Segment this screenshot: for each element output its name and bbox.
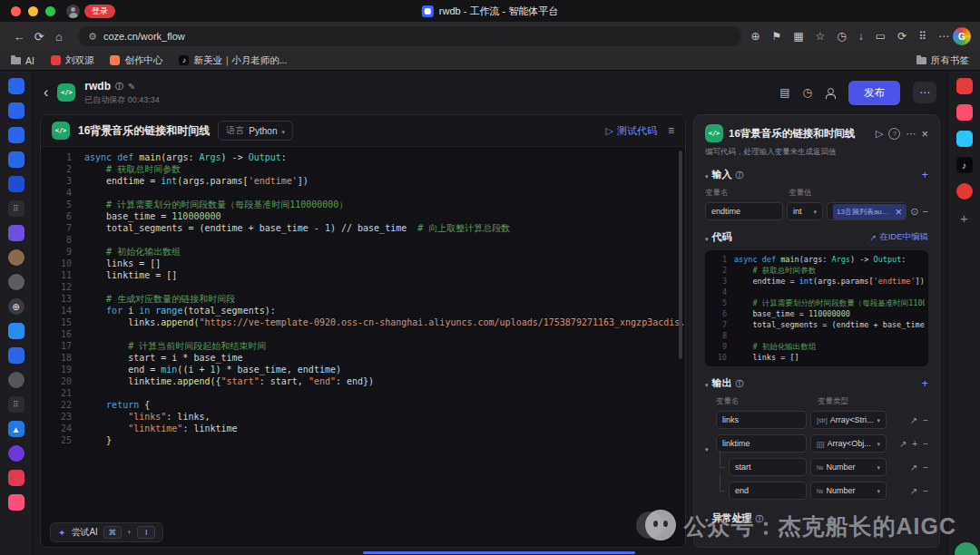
edit-in-ide-link[interactable]: 在IDE中编辑 xyxy=(870,231,928,243)
tiktok-icon[interactable]: ♪ xyxy=(956,157,973,173)
app-icon[interactable] xyxy=(8,127,24,143)
back-button[interactable] xyxy=(9,30,29,44)
flag-icon[interactable]: ⚑ xyxy=(771,30,781,43)
close-icon[interactable] xyxy=(921,127,928,141)
app-grid-icon[interactable]: ⠿ xyxy=(8,396,24,413)
apps-grid-icon[interactable]: ⠿ xyxy=(918,30,926,43)
history-icon[interactable]: ◷ xyxy=(837,30,846,43)
add-extension-icon[interactable]: + xyxy=(956,209,973,226)
bookmark-item[interactable]: ♪新美业｜小月老师的... xyxy=(179,54,287,67)
add-input-button[interactable] xyxy=(921,168,928,181)
extensions-icon[interactable]: ▦ xyxy=(793,30,803,43)
remove-reference-icon[interactable] xyxy=(895,205,902,219)
app-icon[interactable] xyxy=(8,78,24,94)
sync-icon[interactable]: ⟳ xyxy=(897,30,906,43)
app-icon[interactable] xyxy=(8,347,24,364)
test-code-button[interactable]: 测试代码 xyxy=(606,124,657,138)
outline-list-icon[interactable] xyxy=(668,124,674,137)
bookmark-item[interactable]: 创作中心 xyxy=(110,54,162,67)
more-options-button[interactable] xyxy=(913,82,936,103)
extension-icon[interactable] xyxy=(956,104,973,121)
output-name-field[interactable]: start xyxy=(729,458,807,476)
expand-icon[interactable]: ↗ xyxy=(910,462,917,472)
input-value-select[interactable]: 13音频列表audio_t... xyxy=(827,202,906,220)
expand-icon[interactable]: ↗ xyxy=(910,486,917,496)
app-grid-icon[interactable]: ⠿ xyxy=(8,200,24,217)
remove-output-button[interactable]: − xyxy=(923,462,928,472)
app-icon[interactable] xyxy=(8,225,24,241)
layout-icon[interactable] xyxy=(779,86,789,99)
globe-icon[interactable]: ⊕ xyxy=(8,298,24,315)
run-node-icon[interactable] xyxy=(876,128,883,140)
extension-icon[interactable] xyxy=(956,78,973,94)
app-icon[interactable] xyxy=(8,151,24,168)
app-icon[interactable] xyxy=(8,102,24,119)
collaborators-icon[interactable] xyxy=(825,88,836,98)
home-button[interactable] xyxy=(49,30,69,44)
zoom-window-button[interactable] xyxy=(45,6,55,16)
bookmark-item[interactable]: 刘双源 xyxy=(51,54,94,67)
app-icon[interactable]: ▲ xyxy=(8,421,24,437)
remove-output-button[interactable]: − xyxy=(923,415,928,425)
input-type-select[interactable]: int xyxy=(787,202,823,220)
minimize-window-button[interactable] xyxy=(28,6,38,16)
zoom-in-icon[interactable]: ⊕ xyxy=(750,30,760,43)
output-type-select[interactable]: №Number xyxy=(810,458,887,476)
app-icon[interactable] xyxy=(8,176,24,192)
publish-button[interactable]: 发布 xyxy=(848,81,900,105)
extension-icon[interactable] xyxy=(956,131,973,147)
back-chevron-icon[interactable] xyxy=(44,84,48,101)
add-output-button[interactable] xyxy=(921,376,928,390)
output-name-field[interactable]: links xyxy=(716,411,807,429)
help-icon[interactable] xyxy=(888,128,900,140)
edit-name-icon[interactable] xyxy=(128,80,135,92)
app-icon[interactable] xyxy=(8,445,24,462)
app-icon[interactable] xyxy=(8,372,24,388)
reference-tag[interactable]: 13音频列表audio_t... xyxy=(833,204,906,219)
code-preview[interactable]: 1async def main(args: Args) -> Output:2 … xyxy=(705,250,928,366)
avatar-icon[interactable] xyxy=(8,249,24,266)
url-bar[interactable]: coze.cn/work_flow xyxy=(78,26,741,46)
output-type-select[interactable]: №Number xyxy=(810,482,887,500)
bookmark-item[interactable]: AI xyxy=(11,55,34,66)
star-icon[interactable]: ☆ xyxy=(816,30,826,43)
user-avatar-icon[interactable] xyxy=(66,5,80,18)
remove-output-button[interactable]: − xyxy=(923,439,928,449)
site-settings-icon[interactable] xyxy=(88,31,97,43)
collapse-icon[interactable] xyxy=(705,439,709,455)
collapse-icon[interactable] xyxy=(705,232,709,243)
output-name-field[interactable]: linktime xyxy=(716,434,807,453)
close-window-button[interactable] xyxy=(11,6,21,16)
all-bookmarks-button[interactable]: 所有书签 xyxy=(916,54,969,67)
add-child-button[interactable]: + xyxy=(912,439,917,449)
remove-output-button[interactable]: − xyxy=(923,486,928,496)
try-ai-button[interactable]: 尝试AI ⌘ + I xyxy=(50,522,163,542)
output-type-select[interactable]: [str]Array<Stri... xyxy=(810,411,887,429)
reload-button[interactable] xyxy=(29,30,49,44)
devices-icon[interactable]: ▭ xyxy=(876,30,886,43)
app-icon[interactable] xyxy=(8,494,24,511)
more-icon[interactable]: ⋯ xyxy=(938,30,949,43)
download-icon[interactable]: ↓ xyxy=(858,30,864,43)
input-section-header[interactable]: 输入 xyxy=(705,168,928,181)
profile-avatar[interactable]: G xyxy=(953,27,971,45)
output-name-field[interactable]: end xyxy=(729,482,807,500)
locate-node-icon[interactable] xyxy=(910,206,918,218)
info-icon[interactable] xyxy=(115,79,123,92)
avatar-icon[interactable] xyxy=(8,274,24,290)
login-button[interactable]: 登录 xyxy=(84,5,115,18)
output-section-header[interactable]: 输出 xyxy=(705,376,928,390)
output-type-select[interactable]: [{}]Array<Obj... xyxy=(810,434,887,453)
expand-icon[interactable]: ↗ xyxy=(899,439,906,449)
app-icon[interactable] xyxy=(8,470,24,486)
extension-icon[interactable] xyxy=(956,183,973,200)
remove-input-button[interactable] xyxy=(923,206,928,217)
expand-icon[interactable]: ↗ xyxy=(910,415,917,425)
code-editor-area[interactable]: 1async def main(args: Args) -> Output:2 … xyxy=(41,147,685,518)
app-icon[interactable] xyxy=(8,323,24,339)
editor-scrollbar[interactable] xyxy=(679,151,682,359)
collapse-icon[interactable] xyxy=(705,378,709,389)
code-section-header[interactable]: 代码 在IDE中编辑 xyxy=(705,230,928,244)
input-name-field[interactable] xyxy=(705,202,783,220)
more-icon[interactable] xyxy=(906,128,916,140)
